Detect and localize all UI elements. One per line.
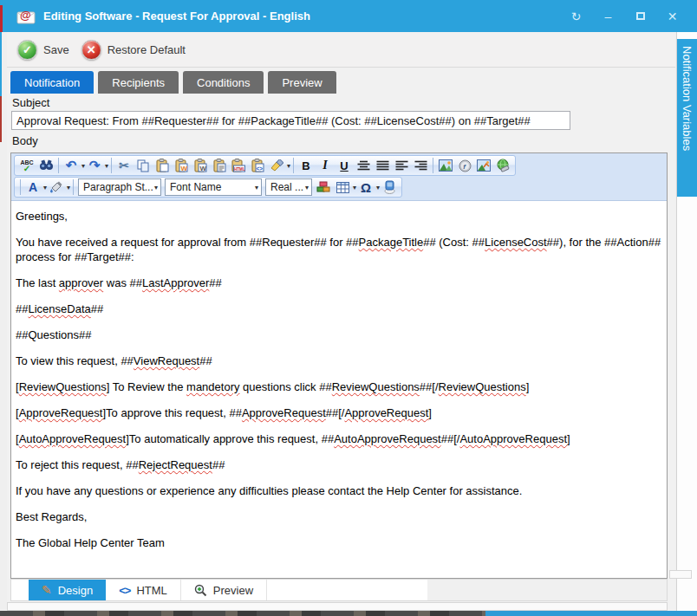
italic-icon[interactable]: I <box>316 157 335 174</box>
restore-default-button[interactable]: ✕ Restore Default <box>81 40 186 60</box>
misspelled-token: ApproveRequest <box>19 406 103 419</box>
align-center-icon[interactable] <box>354 157 373 174</box>
desktop-bleed-texture <box>0 611 485 616</box>
tab-design[interactable]: ✎ Design <box>29 580 106 600</box>
paste-plain-text-icon[interactable] <box>210 157 229 174</box>
font-name-dropdown[interactable]: Font Name ▾ <box>165 178 262 196</box>
notification-variables-tab[interactable]: Notification Variables <box>677 39 697 197</box>
refresh-icon[interactable]: ↻ <box>560 5 592 28</box>
copy-icon[interactable] <box>134 157 153 174</box>
body-text: To view this request, ## <box>16 354 134 367</box>
insert-image-icon[interactable] <box>436 157 455 174</box>
snippet-icon[interactable] <box>380 178 399 196</box>
misspelled-token: AutoApproveRequest <box>334 432 441 445</box>
paste-html-icon[interactable]: HTML <box>229 157 248 174</box>
tab-preview[interactable]: Preview <box>268 71 335 94</box>
body-text: Greetings, <box>16 210 68 223</box>
nav-tabs: Notification Recipients Conditions Previ… <box>10 71 336 94</box>
close-button[interactable]: ✕ <box>656 5 688 28</box>
body-text: ##[/ <box>441 432 460 445</box>
tab-html[interactable]: <> HTML <box>106 580 181 600</box>
redo-glyph: ↷ <box>89 158 101 173</box>
undo-icon[interactable]: ↶ <box>62 157 81 174</box>
save-check-icon: ✓ <box>17 40 37 60</box>
body-text: The Global Help Center Team <box>16 536 165 549</box>
cut-glyph: ✂ <box>119 159 129 172</box>
underline-icon[interactable]: U <box>335 157 354 174</box>
font-color-glyph: A <box>29 180 37 194</box>
code-icon: <> <box>119 584 130 597</box>
left-edge-red-accent <box>0 5 3 32</box>
bold-icon[interactable]: B <box>296 157 316 174</box>
spellcheck-icon[interactable]: ABC✓ <box>17 157 36 174</box>
misspelled-token: PackageTitle <box>359 236 424 249</box>
align-right-icon[interactable] <box>411 157 430 174</box>
separator <box>293 158 294 173</box>
pencil-icon: ✎ <box>42 583 52 597</box>
font-name-caret-icon: ▾ <box>255 184 258 191</box>
background-color-dropdown-icon[interactable]: ▾ <box>67 184 70 191</box>
paragraph-style-value: Paragraph St... <box>83 181 153 193</box>
restore-default-label: Restore Default <box>107 43 186 56</box>
font-color-icon[interactable]: A <box>23 178 42 196</box>
body-text: To reject this request, ## <box>16 458 139 471</box>
redo-icon[interactable]: ↷ <box>85 157 104 174</box>
background-color-icon[interactable] <box>47 178 66 196</box>
hyperlink-icon[interactable] <box>493 157 512 174</box>
format-stripper-dropdown-icon[interactable]: ▾ <box>287 162 290 170</box>
tab-notification[interactable]: Notification <box>10 71 94 94</box>
font-size-dropdown[interactable]: Real ... ▾ <box>265 178 312 196</box>
save-label: Save <box>43 43 69 56</box>
window-title: Editing Software - Request For Approval … <box>43 10 560 23</box>
editor-body[interactable]: Greetings,You have received a request fo… <box>11 201 667 578</box>
body-text: ##[/ <box>420 380 439 393</box>
font-size-caret-icon: ▾ <box>305 184 309 191</box>
tab-conditions[interactable]: Conditions <box>183 71 264 94</box>
body-text: was ## <box>103 276 142 289</box>
find-replace-icon[interactable] <box>36 157 55 174</box>
body-text: ] To Review the <box>107 380 186 393</box>
image-map-icon[interactable] <box>474 157 493 174</box>
svg-text:HTML: HTML <box>234 167 245 172</box>
tab-recipients[interactable]: Recipients <box>98 71 179 94</box>
save-button[interactable]: ✓ Save <box>17 40 69 60</box>
insert-table-icon[interactable] <box>333 178 352 196</box>
tab-preview-mode[interactable]: Preview <box>181 580 267 600</box>
paste-as-html-icon[interactable]: <> <box>248 157 267 174</box>
separator <box>58 158 59 173</box>
paste-from-word-icon[interactable]: W <box>172 157 191 174</box>
align-justify-icon[interactable] <box>373 157 392 174</box>
format-stripper-icon[interactable] <box>267 157 286 174</box>
body-paragraph: To view this request, ##ViewRequest## <box>16 353 661 368</box>
body-paragraph: You have received a request for approval… <box>16 235 661 264</box>
editor-toolbar-row-1: ABC✓ ↶ ▾ ↷ ▾ ✂ <box>14 155 516 176</box>
color-palette-icon[interactable] <box>314 178 333 196</box>
maximize-button[interactable] <box>624 5 656 28</box>
restore-x-icon: ✕ <box>81 40 101 60</box>
media-manager-icon[interactable]: f <box>455 157 474 174</box>
desktop-bleed <box>0 611 697 616</box>
subject-input[interactable] <box>11 111 570 130</box>
svg-text:W: W <box>180 165 187 172</box>
titlebar[interactable]: @ Editing Software - Request For Approva… <box>0 0 697 32</box>
misspelled-token: LicenseData <box>28 302 90 315</box>
left-edge-blue-accent <box>0 32 2 96</box>
left-edge-red-sliver <box>0 96 2 142</box>
special-character-icon[interactable]: Ω <box>356 178 375 196</box>
cut-icon[interactable]: ✂ <box>114 157 134 174</box>
body-text: ## <box>16 302 28 315</box>
align-left-icon[interactable] <box>392 157 411 174</box>
paste-icon[interactable] <box>153 157 172 174</box>
body-paragraph: Greetings, <box>16 209 661 224</box>
misspelled-token: RejectRequest <box>139 458 212 471</box>
side-status-box <box>669 570 692 579</box>
dialog-window: @ Editing Software - Request For Approva… <box>0 0 697 616</box>
paragraph-style-dropdown[interactable]: Paragraph St... ▾ <box>78 178 161 196</box>
body-text: If you have any questions or experience … <box>16 484 522 497</box>
body-text: ] <box>428 406 432 419</box>
misspelled-token: ReviewQuestions <box>439 380 526 393</box>
command-toolbar: ✓ Save ✕ Restore Default <box>7 32 675 68</box>
redo-dropdown-icon[interactable]: ▾ <box>105 162 108 170</box>
minimize-button[interactable]: – <box>592 5 624 28</box>
paste-from-word-strip-font-icon[interactable]: W <box>191 157 210 174</box>
